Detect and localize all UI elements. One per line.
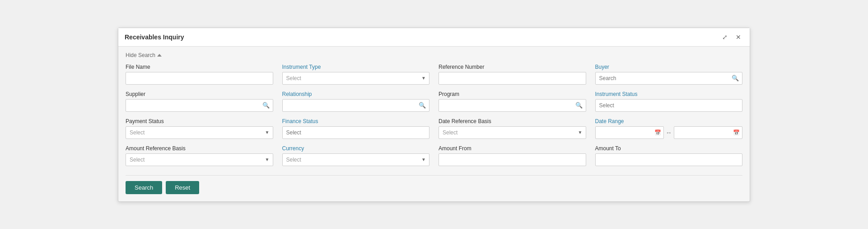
currency-group: Currency Select ▼ xyxy=(282,145,430,166)
instrument-type-group: Instrument Type Select ▼ xyxy=(282,64,430,85)
amount-from-group: Amount From xyxy=(439,145,586,166)
date-reference-basis-label: Date Reference Basis xyxy=(439,118,586,124)
amount-reference-basis-label: Amount Reference Basis xyxy=(126,145,273,152)
instrument-type-select-wrapper: Select ▼ xyxy=(282,72,430,85)
col2: Instrument Type Select ▼ Relationship 🔍 xyxy=(282,64,430,172)
buyer-input[interactable] xyxy=(595,72,743,85)
hide-search-toggle[interactable]: Hide Search xyxy=(126,52,742,58)
search-button[interactable]: Search xyxy=(126,181,162,194)
date-reference-basis-select[interactable]: Select xyxy=(439,126,586,139)
payment-status-group: Payment Status Select ▼ xyxy=(126,118,273,139)
supplier-input[interactable] xyxy=(126,99,273,112)
date-range-label: Date Range xyxy=(595,118,743,124)
finance-status-label: Finance Status xyxy=(282,118,430,124)
form-divider xyxy=(126,175,742,176)
button-row: Search Reset xyxy=(126,181,742,194)
col1: File Name Supplier 🔍 Payment Status Sele… xyxy=(126,64,273,172)
main-window: Receivables Inquiry ⤢ ✕ Hide Search File… xyxy=(118,28,750,202)
finance-status-group: Finance Status xyxy=(282,118,430,139)
amount-from-label: Amount From xyxy=(439,145,586,152)
payment-status-label: Payment Status xyxy=(126,118,273,124)
program-label: Program xyxy=(439,91,586,97)
buyer-input-wrapper: 🔍 xyxy=(595,72,743,85)
amount-to-input[interactable] xyxy=(595,153,743,166)
date-reference-basis-group: Date Reference Basis Select ▼ xyxy=(439,118,586,139)
instrument-type-select[interactable]: Select xyxy=(282,72,430,85)
program-input-wrapper: 🔍 xyxy=(439,99,586,112)
title-bar: Receivables Inquiry ⤢ ✕ xyxy=(118,28,750,47)
search-form: File Name Supplier 🔍 Payment Status Sele… xyxy=(126,64,742,172)
payment-status-select[interactable]: Select xyxy=(126,126,273,139)
supplier-input-wrapper: 🔍 xyxy=(126,99,273,112)
amount-reference-basis-group: Amount Reference Basis Select ▼ xyxy=(126,145,273,166)
program-group: Program 🔍 xyxy=(439,91,586,112)
reference-number-input[interactable] xyxy=(439,72,586,85)
amount-reference-basis-select-wrapper: Select ▼ xyxy=(126,153,273,166)
hide-search-arrow-icon xyxy=(157,54,162,57)
hide-search-label: Hide Search xyxy=(126,52,155,58)
file-name-label: File Name xyxy=(126,64,273,70)
date-reference-basis-select-wrapper: Select ▼ xyxy=(439,126,586,139)
program-input[interactable] xyxy=(439,99,586,112)
finance-status-input[interactable] xyxy=(282,126,430,139)
date-range-separator-icon: ↔ xyxy=(666,129,672,136)
amount-to-group: Amount To xyxy=(595,145,743,166)
relationship-label: Relationship xyxy=(282,91,430,97)
date-range-wrapper: 📅 ↔ 📅 xyxy=(595,126,743,139)
col3: Reference Number Program 🔍 Date Referenc… xyxy=(439,64,586,172)
amount-to-label: Amount To xyxy=(595,145,743,152)
currency-select[interactable]: Select xyxy=(282,153,430,166)
buyer-group: Buyer 🔍 xyxy=(595,64,743,85)
currency-label: Currency xyxy=(282,145,430,152)
window-title: Receivables Inquiry xyxy=(125,33,184,41)
supplier-label: Supplier xyxy=(126,91,273,97)
amount-from-input[interactable] xyxy=(439,153,586,166)
instrument-status-group: Instrument Status xyxy=(595,91,743,112)
close-button[interactable]: ✕ xyxy=(733,33,743,42)
date-from-input[interactable] xyxy=(595,126,664,139)
content-area: Hide Search File Name Supplier 🔍 xyxy=(118,47,750,201)
file-name-input[interactable] xyxy=(126,72,273,85)
relationship-group: Relationship 🔍 xyxy=(282,91,430,112)
amount-reference-basis-select[interactable]: Select xyxy=(126,153,273,166)
file-name-group: File Name xyxy=(126,64,273,85)
date-from-wrap: 📅 xyxy=(595,126,664,139)
relationship-input[interactable] xyxy=(282,99,430,112)
date-to-input[interactable] xyxy=(674,126,742,139)
col4: Buyer 🔍 Instrument Status Date Range xyxy=(595,64,743,172)
reference-number-group: Reference Number xyxy=(439,64,586,85)
instrument-type-label: Instrument Type xyxy=(282,64,430,70)
reference-number-label: Reference Number xyxy=(439,64,586,70)
buyer-label: Buyer xyxy=(595,64,743,70)
date-to-wrap: 📅 xyxy=(674,126,742,139)
payment-status-select-wrapper: Select ▼ xyxy=(126,126,273,139)
reset-button[interactable]: Reset xyxy=(166,181,199,194)
instrument-status-input[interactable] xyxy=(595,99,743,112)
currency-select-wrapper: Select ▼ xyxy=(282,153,430,166)
relationship-input-wrapper: 🔍 xyxy=(282,99,430,112)
date-range-group: Date Range 📅 ↔ 📅 xyxy=(595,118,743,139)
expand-button[interactable]: ⤢ xyxy=(720,33,730,42)
supplier-group: Supplier 🔍 xyxy=(126,91,273,112)
window-controls: ⤢ ✕ xyxy=(720,33,743,42)
instrument-status-label: Instrument Status xyxy=(595,91,743,97)
